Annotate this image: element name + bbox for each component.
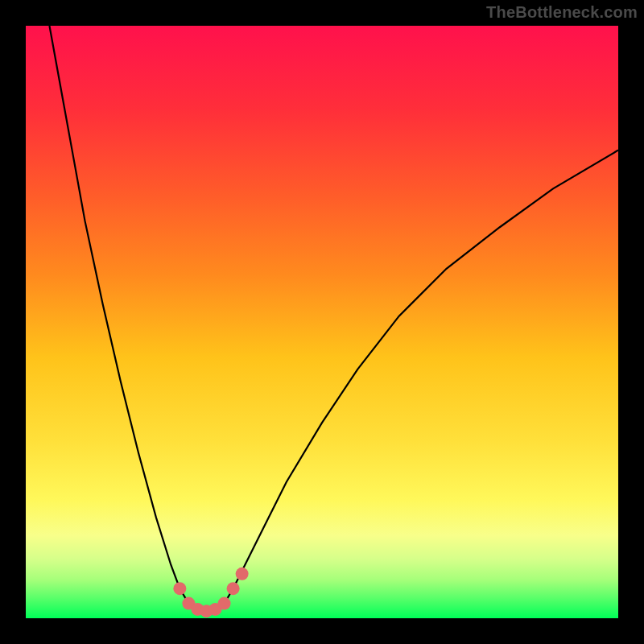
valley-marker <box>227 582 240 595</box>
chart-container: TheBottleneck.com <box>0 0 644 644</box>
bottleneck-curve <box>49 26 618 611</box>
watermark-text: TheBottleneck.com <box>486 3 638 22</box>
curve-layer <box>26 26 618 618</box>
valley-markers <box>173 568 248 617</box>
valley-marker <box>236 568 249 580</box>
valley-marker <box>173 582 186 595</box>
valley-marker <box>218 597 231 610</box>
plot-area <box>26 26 618 618</box>
